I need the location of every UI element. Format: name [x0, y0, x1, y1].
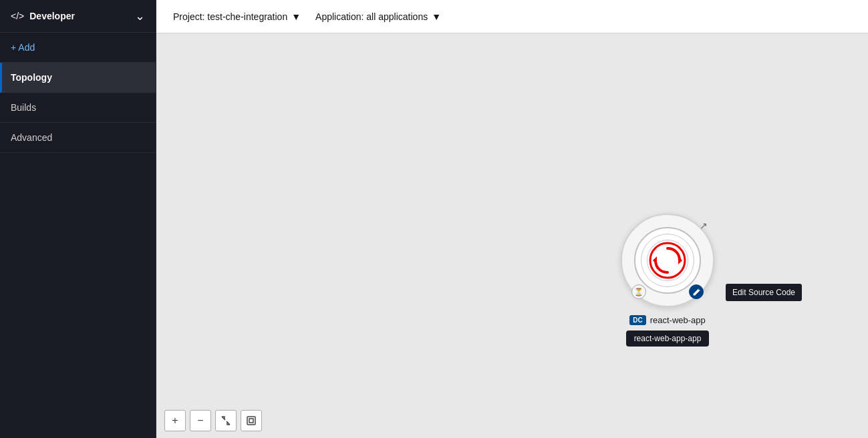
sidebar-header-label: Developer: [29, 11, 130, 21]
reset-icon: [221, 415, 231, 426]
fit-to-screen-button[interactable]: [241, 410, 262, 431]
app-layout: </> Developer ⌄ + Add Topology Builds Ad…: [0, 0, 868, 438]
node-label-row: DC react-web-app: [629, 315, 706, 325]
ring-2: [647, 240, 688, 281]
chevron-down-icon: ⌄: [135, 9, 145, 23]
external-link-icon[interactable]: ↗: [700, 220, 708, 231]
application-label: Application: all applications: [315, 11, 428, 22]
project-chevron-icon: ▼: [291, 11, 301, 22]
node-outer-circle: ↗: [621, 214, 714, 307]
edit-source-code-decorator[interactable]: Edit Source Code: [689, 284, 704, 299]
svg-rect-3: [247, 417, 255, 425]
application-dropdown[interactable]: Application: all applications ▼: [309, 8, 447, 25]
edit-icon: [692, 288, 701, 296]
sidebar-item-advanced[interactable]: Advanced: [0, 123, 156, 153]
project-dropdown[interactable]: Project: test-che-integration ▼: [167, 8, 307, 25]
app-name-tag: react-web-app-app: [626, 331, 710, 347]
project-label: Project: test-che-integration: [173, 11, 287, 22]
sidebar-item-topology[interactable]: Topology: [0, 63, 156, 93]
topology-node[interactable]: ↗: [621, 214, 714, 347]
fit-icon: [246, 415, 257, 426]
node-name: react-web-app: [650, 315, 706, 325]
sidebar: </> Developer ⌄ + Add Topology Builds Ad…: [0, 0, 156, 438]
content-area: Project: test-che-integration ▼ Applicat…: [156, 0, 868, 438]
topology-canvas: ↗: [156, 33, 868, 438]
node-inner-circle: [634, 227, 701, 294]
sidebar-item-builds[interactable]: Builds: [0, 93, 156, 123]
sidebar-add-button[interactable]: + Add: [0, 33, 156, 63]
edit-source-code-tooltip: Edit Source Code: [726, 284, 802, 301]
zoom-in-button[interactable]: +: [164, 410, 186, 431]
content-header: Project: test-che-integration ▼ Applicat…: [156, 0, 868, 33]
dc-badge: DC: [629, 315, 645, 325]
sidebar-header[interactable]: </> Developer ⌄: [0, 0, 156, 33]
bottom-toolbar: + −: [156, 403, 868, 438]
code-icon: </>: [11, 11, 24, 21]
zoom-out-button[interactable]: −: [190, 410, 211, 431]
build-decorator[interactable]: ⏳: [631, 284, 646, 299]
application-chevron-icon: ▼: [432, 11, 441, 22]
reset-button[interactable]: [215, 410, 237, 431]
